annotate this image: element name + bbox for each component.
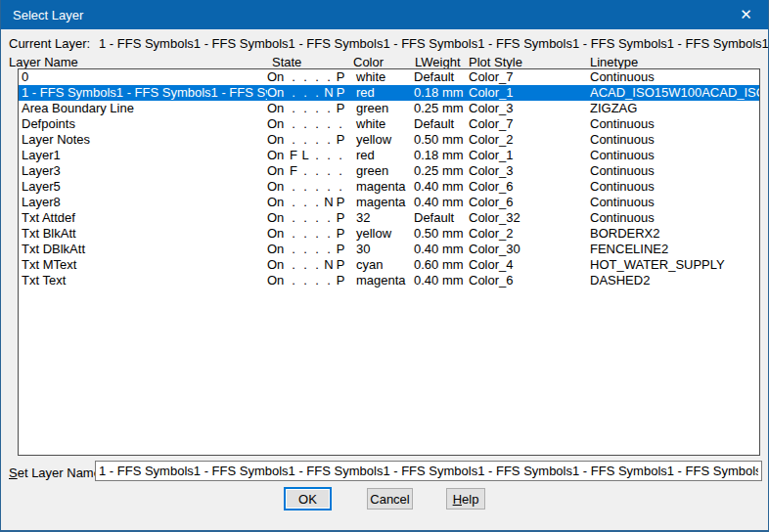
layer-plot-style-cell: Color_2 (469, 226, 590, 242)
layer-name-cell: Layer Notes (19, 132, 267, 148)
layer-linetype-cell: Continuous (590, 210, 759, 226)
layer-lweight-cell: 0.60 mm (414, 257, 469, 273)
layer-linetype-cell: Continuous (590, 116, 759, 132)
layer-plot-style-cell: Color_3 (469, 101, 590, 116)
layer-lweight-cell: Default (414, 210, 469, 226)
layer-name-cell: Txt BlkAtt (19, 226, 267, 242)
layer-color-cell: yellow (356, 226, 414, 242)
layer-state-cell: On....P (267, 101, 356, 116)
column-header-plot-style: Plot Style (469, 55, 522, 69)
layer-linetype-cell: BORDERX2 (590, 226, 759, 242)
layer-row[interactable]: 0On....PwhiteDefaultColor_7Continuous (19, 69, 759, 85)
layer-linetype-cell: HOT_WATER_SUPPLY (590, 257, 759, 273)
layer-row[interactable]: Layer3OnF....green0.25 mmColor_3Continuo… (19, 163, 759, 179)
layer-name-cell: Defpoints (19, 116, 267, 132)
layer-row[interactable]: Layer5On.....magenta0.40 mmColor_6Contin… (19, 179, 759, 195)
layer-name-cell: Txt MText (19, 257, 267, 273)
set-layer-name-label-rest: et Layer Name: (18, 466, 105, 480)
help-button-rest: elp (462, 492, 478, 507)
layer-plot-style-cell: Color_6 (469, 273, 590, 288)
layer-state-cell: OnFL... (267, 148, 356, 163)
layer-name-cell: Txt DBlkAtt (19, 242, 267, 257)
layer-color-cell: cyan (356, 257, 414, 273)
layer-linetype-cell: ZIGZAG (590, 101, 759, 116)
layer-row[interactable]: Txt TextOn....Pmagenta0.40 mmColor_6DASH… (19, 273, 759, 288)
layer-name-cell: Layer5 (19, 179, 267, 195)
layer-plot-style-cell: Color_30 (469, 242, 590, 257)
help-button[interactable]: Help (446, 488, 485, 510)
layer-row[interactable]: Txt DBlkAttOn....P300.40 mmColor_30FENCE… (19, 242, 759, 257)
layer-color-cell: green (356, 101, 414, 116)
cancel-button[interactable]: Cancel (367, 488, 413, 510)
layer-lweight-cell: 0.18 mm (414, 85, 469, 101)
layer-color-cell: red (356, 148, 414, 163)
layer-state-cell: On....P (267, 273, 356, 288)
layer-state-cell: On..... (267, 179, 356, 195)
layer-lweight-cell: 0.40 mm (414, 273, 469, 288)
layer-color-cell: 30 (356, 242, 414, 257)
layer-plot-style-cell: Color_6 (469, 179, 590, 195)
layer-lweight-cell: 0.25 mm (414, 163, 469, 179)
layer-state-cell: OnF.... (267, 163, 356, 179)
layer-color-cell: magenta (356, 273, 414, 288)
layer-state-cell: On...NP (267, 257, 356, 273)
layer-state-cell: On...NP (267, 195, 356, 210)
layer-linetype-cell: Continuous (590, 179, 759, 195)
layer-color-cell: white (356, 69, 414, 85)
layer-lweight-cell: Default (414, 69, 469, 85)
layer-row[interactable]: Layer1OnFL...red0.18 mmColor_1Continuous (19, 148, 759, 163)
layer-plot-style-cell: Color_7 (469, 116, 590, 132)
layer-state-cell: On....P (267, 69, 356, 85)
layer-name-cell: 0 (19, 69, 267, 85)
layer-color-cell: magenta (356, 179, 414, 195)
layer-name-cell: Layer8 (19, 195, 267, 210)
column-header-color: Color (353, 55, 384, 69)
layer-state-cell: On..... (267, 116, 356, 132)
ok-button[interactable]: OK (284, 487, 332, 510)
layer-lweight-cell: Default (414, 116, 469, 132)
layer-name-cell: Layer3 (19, 163, 267, 179)
layer-color-cell: yellow (356, 132, 414, 148)
layer-linetype-cell: Continuous (590, 132, 759, 148)
column-header-layer-name: Layer Name (9, 55, 78, 69)
layer-row[interactable]: Txt BlkAttOn....Pyellow0.50 mmColor_2BOR… (19, 226, 759, 242)
set-layer-name-input[interactable] (95, 461, 762, 481)
layer-lweight-cell: 0.40 mm (414, 179, 469, 195)
layer-linetype-cell: Continuous (590, 148, 759, 163)
layer-plot-style-cell: Color_2 (469, 132, 590, 148)
layer-row[interactable]: DefpointsOn.....whiteDefaultColor_7Conti… (19, 116, 759, 132)
layer-lweight-cell: 0.50 mm (414, 132, 469, 148)
layer-row[interactable]: 1 - FFS Symbols1 - FFS Symbols1 - FFS Sy… (19, 85, 759, 101)
layer-row[interactable]: Txt AttdefOn....P32DefaultColor_32Contin… (19, 210, 759, 226)
column-header-state: State (272, 55, 301, 69)
layer-row[interactable]: Area Boundary LineOn....Pgreen0.25 mmCol… (19, 101, 759, 116)
layer-lweight-cell: 0.25 mm (414, 101, 469, 116)
set-layer-name-label: Set Layer Name: (9, 466, 105, 480)
layer-state-cell: On....P (267, 226, 356, 242)
layer-lweight-cell: 0.40 mm (414, 242, 469, 257)
layer-name-cell: Txt Text (19, 273, 267, 288)
close-icon[interactable]: ✕ (724, 0, 768, 29)
layer-lweight-cell: 0.50 mm (414, 226, 469, 242)
layer-linetype-cell: ACAD_ISO15W100ACAD_ISO15W1 (590, 85, 759, 101)
dialog-title: Select Layer (1, 8, 724, 22)
layer-state-cell: On....P (267, 242, 356, 257)
layer-linetype-cell: Continuous (590, 163, 759, 179)
set-layer-name-label-mnemonic: S (9, 466, 18, 480)
layer-state-cell: On....P (267, 210, 356, 226)
layer-list[interactable]: 0On....PwhiteDefaultColor_7Continuous1 -… (18, 68, 760, 456)
layer-name-cell: Area Boundary Line (19, 101, 267, 116)
layer-row[interactable]: Txt MTextOn...NPcyan0.60 mmColor_4HOT_WA… (19, 257, 759, 273)
layer-linetype-cell: FENCELINE2 (590, 242, 759, 257)
layer-row[interactable]: Layer NotesOn....Pyellow0.50 mmColor_2Co… (19, 132, 759, 148)
layer-name-cell: Layer1 (19, 148, 267, 163)
layer-state-cell: On...NP (267, 85, 356, 101)
layer-state-cell: On....P (267, 132, 356, 148)
current-layer-value: 1 - FFS Symbols1 - FFS Symbols1 - FFS Sy… (99, 36, 769, 51)
layer-row[interactable]: Layer8On...NPmagenta0.40 mmColor_6Contin… (19, 195, 759, 210)
layer-plot-style-cell: Color_32 (469, 210, 590, 226)
layer-color-cell: 32 (356, 210, 414, 226)
layer-color-cell: red (356, 85, 414, 101)
help-button-mnemonic: H (453, 492, 462, 507)
select-layer-dialog: Select Layer ✕ Current Layer: 1 - FFS Sy… (0, 0, 769, 532)
